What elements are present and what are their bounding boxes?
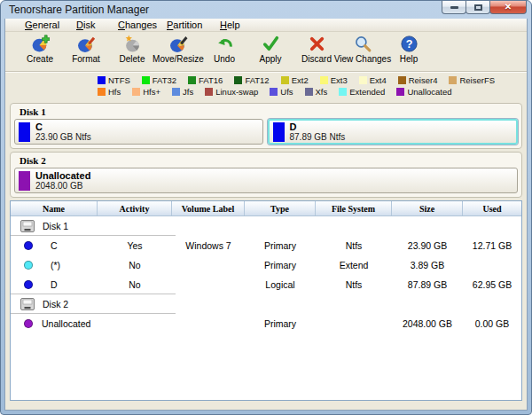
col-used[interactable]: Used [463, 201, 521, 215]
partition-c-name: C [35, 121, 91, 132]
ext2-swatch [281, 76, 289, 84]
legend-row-1: NTFS FAT32 FAT16 FAT12 Ext2 Ext3 Ext4 Re… [98, 74, 527, 86]
app-window: Tenorshare Partition Manager ✕ General D… [0, 0, 532, 415]
partition-unallocated-info: 2048.00 GB [35, 181, 90, 191]
hfs-swatch [98, 88, 106, 96]
legend-fat32: FAT32 [142, 75, 176, 85]
menu-disk[interactable]: Disk [74, 19, 116, 31]
table-row-disk2[interactable]: Disk 2 [11, 294, 521, 314]
legend-hfs: Hfs [98, 87, 121, 97]
delete-button[interactable]: Delete [109, 35, 155, 71]
disk-drive-icon [20, 298, 35, 310]
partition-dot-icon [24, 241, 33, 250]
svg-text:?: ? [405, 38, 412, 51]
help-button[interactable]: ? Help [386, 35, 432, 71]
legend-fat12: FAT12 [234, 75, 269, 85]
partition-c-color [19, 122, 30, 142]
format-button[interactable]: Format [63, 35, 109, 71]
partition-table: Name Activity Volume Label Type File Sys… [10, 200, 522, 401]
delete-icon [123, 35, 142, 53]
unallocated-swatch [396, 88, 404, 96]
reiser4-swatch [398, 76, 406, 84]
client-area: General Disk Changes Partition Help Crea… [4, 19, 528, 411]
xfs-swatch [305, 88, 313, 96]
col-file-system[interactable]: File System [316, 201, 392, 215]
minimize-button[interactable] [442, 1, 466, 14]
disk2-label: Disk 2 [13, 154, 519, 168]
table-row-unallocated[interactable]: Unallocated Primary 2048.00 GB 0.00 GB [11, 314, 521, 333]
legend-ntfs: NTFS [98, 75, 130, 85]
legend-linux-swap: Linux-swap [205, 87, 258, 97]
legend-jfs: Jfs [172, 87, 193, 97]
ext4-swatch [359, 76, 367, 84]
discard-button[interactable]: Discard [293, 35, 340, 71]
disk2-partition-map: Unallocated 2048.00 GB [13, 168, 519, 193]
disk1-label: Disk 1 [13, 106, 519, 119]
ext3-swatch [320, 76, 328, 84]
format-icon [77, 35, 96, 53]
menu-changes[interactable]: Changes [116, 19, 165, 31]
table-row-extended[interactable]: (*) No Primary Extend 3.89 GB [11, 255, 521, 275]
create-button[interactable]: Create [17, 35, 63, 71]
table-row-c[interactable]: C Yes Windows 7 Primary Ntfs 23.90 GB 12… [11, 236, 521, 255]
legend-ext2: Ext2 [281, 75, 309, 85]
minimize-icon [450, 6, 458, 9]
table-row-d[interactable]: D No Logical Ntfs 87.89 GB 62.95 GB [11, 275, 521, 294]
partition-block-c[interactable]: C 23.90 GB Ntfs [14, 119, 263, 145]
discard-icon [308, 35, 326, 53]
col-name[interactable]: Name [11, 201, 98, 215]
ntfs-swatch [98, 76, 106, 84]
menu-partition[interactable]: Partition [165, 19, 218, 31]
undo-button[interactable]: Undo [201, 35, 247, 71]
toolbar: Create Format Delete [5, 32, 527, 71]
table-row-disk1[interactable]: Disk 1 [11, 216, 521, 236]
menu-help[interactable]: Help [218, 19, 254, 31]
legend-ufs: Ufs [270, 87, 293, 97]
col-size[interactable]: Size [392, 201, 463, 215]
legend-reiser4: Reiser4 [398, 75, 438, 85]
legend-row-2: Hfs Hfs+ Jfs Linux-swap Ufs Xfs Extended… [98, 86, 527, 98]
maximize-icon [474, 4, 482, 11]
legend-extended: Extended [339, 87, 385, 97]
menu-bar: General Disk Changes Partition Help [5, 19, 527, 32]
legend-reiserfs: ReiserFS [449, 75, 495, 85]
col-type[interactable]: Type [245, 201, 316, 215]
col-volume-label[interactable]: Volume Label [172, 201, 245, 215]
jfs-swatch [172, 88, 180, 96]
disk1-partition-map: C 23.90 GB Ntfs D 87.89 GB Ntfs [13, 119, 519, 145]
title-bar[interactable]: Tenorshare Partition Manager ✕ [4, 1, 528, 19]
view-changes-button[interactable]: View Changes [340, 35, 386, 71]
view-changes-icon [354, 35, 372, 53]
row-name: C [51, 240, 58, 251]
close-icon: ✕ [505, 3, 512, 12]
partition-d-color [273, 122, 285, 142]
menu-general[interactable]: General [23, 19, 74, 31]
apply-icon [262, 35, 280, 53]
help-icon: ? [400, 35, 419, 53]
row-name: (*) [51, 260, 60, 270]
row-name: D [51, 279, 58, 290]
col-activity[interactable]: Activity [98, 201, 172, 215]
maximize-button[interactable] [466, 1, 490, 14]
partition-c-info: 23.90 GB Ntfs [35, 132, 91, 142]
linux-swap-swatch [205, 88, 213, 96]
apply-button[interactable]: Apply [247, 35, 293, 71]
fat32-swatch [142, 76, 150, 84]
close-button[interactable]: ✕ [489, 1, 527, 14]
table-header: Name Activity Volume Label Type File Sys… [11, 201, 521, 216]
partition-block-unallocated[interactable]: Unallocated 2048.00 GB [14, 168, 518, 193]
disk2-panel: Disk 2 Unallocated 2048.00 GB [10, 152, 522, 198]
fat16-swatch [188, 76, 196, 84]
legend-unallocated: Unallocated [396, 87, 451, 97]
partition-block-d[interactable]: D 87.89 GB Ntfs [268, 119, 519, 145]
legend-xfs: Xfs [305, 87, 328, 97]
ufs-swatch [270, 88, 278, 96]
undo-icon [215, 35, 234, 53]
partition-unallocated-color [19, 171, 30, 191]
move-resize-button[interactable]: Move/Resize [155, 35, 201, 71]
caption-buttons: ✕ [442, 1, 527, 14]
partition-dot-icon [24, 319, 33, 328]
partition-d-info: 87.89 GB Ntfs [290, 132, 346, 142]
row-name: Disk 2 [43, 299, 68, 309]
partition-dot-icon [24, 280, 33, 289]
